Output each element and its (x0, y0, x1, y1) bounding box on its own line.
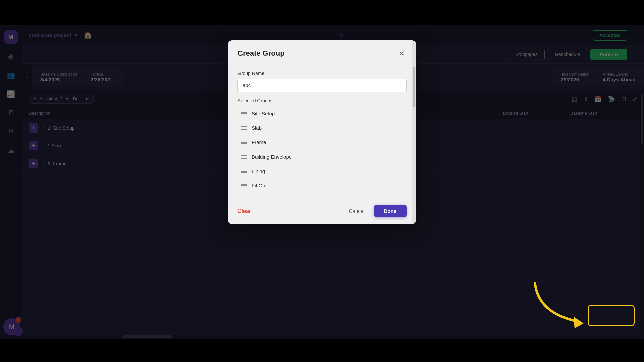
group-name-fit-out: Fit Out (252, 183, 267, 188)
modal-body: Group Name Selected Groups Site Setup (228, 64, 416, 199)
modal-header: Create Group ✕ (228, 40, 416, 64)
drag-icon (241, 126, 247, 130)
cancel-button[interactable]: Cancel (343, 205, 370, 217)
drag-icon (241, 170, 247, 173)
group-item-fit-out[interactable]: Fit Out (237, 179, 407, 192)
modal-close-button[interactable]: ✕ (396, 48, 407, 58)
modal-footer: Clear Cancel Done (228, 199, 416, 224)
group-item-building-envelope[interactable]: Building Envelope (237, 150, 407, 164)
group-name-lining: Lining (252, 168, 265, 174)
modal-scroll-thumb (413, 67, 415, 107)
group-name-frame: Frame (252, 139, 266, 145)
modal-overlay: Create Group ✕ Group Name Selected Group… (0, 0, 644, 362)
modal-title: Create Group (237, 49, 285, 58)
groups-list: Site Setup Slab Frame (237, 107, 407, 192)
done-button[interactable]: Done (374, 205, 407, 217)
drag-icon (241, 155, 247, 159)
group-item-slab[interactable]: Slab (237, 121, 407, 135)
modal-scrollbar[interactable] (412, 40, 416, 224)
arrow-annotation (525, 273, 599, 334)
group-name-slab: Slab (252, 125, 262, 131)
group-name-site-setup: Site Setup (252, 111, 275, 116)
done-highlight-box (588, 305, 635, 326)
group-item-site-setup[interactable]: Site Setup (237, 107, 407, 120)
clear-button[interactable]: Clear (237, 208, 251, 214)
group-item-lining[interactable]: Lining (237, 164, 407, 178)
group-name-label: Group Name (237, 71, 407, 76)
group-name-input[interactable] (237, 79, 407, 92)
drag-icon (241, 112, 247, 115)
drag-icon (241, 141, 247, 144)
selected-groups-label: Selected Groups (237, 98, 407, 103)
svg-marker-0 (574, 317, 584, 328)
footer-right: Cancel Done (343, 205, 407, 217)
create-group-modal: Create Group ✕ Group Name Selected Group… (228, 40, 416, 224)
group-name-building-envelope: Building Envelope (252, 154, 292, 160)
group-item-frame[interactable]: Frame (237, 135, 407, 149)
drag-icon (241, 184, 247, 187)
